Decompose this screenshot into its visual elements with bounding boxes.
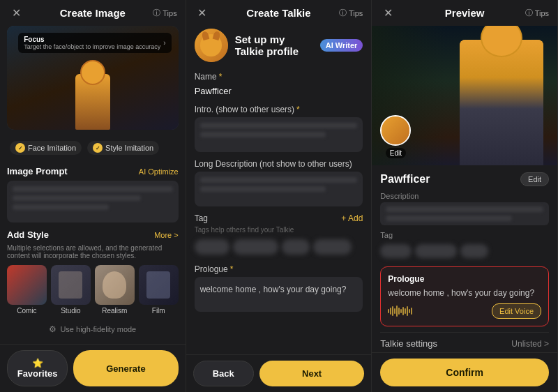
panel2-close-button[interactable]: ✕	[195, 6, 210, 21]
hifi-label: Use high-fidelity mode	[60, 325, 136, 333]
prologue-section-preview: Prologue welcome home , how's your day g…	[380, 266, 549, 326]
wave-bar	[402, 307, 404, 315]
wave-bar	[407, 306, 408, 316]
style-thumb-realism	[95, 265, 135, 305]
panel1-tips-button[interactable]: ⓘ Tips	[153, 8, 176, 18]
main-character	[460, 40, 543, 165]
blur-line	[200, 186, 326, 192]
ai-optimize-button[interactable]: AI Optimize	[139, 167, 179, 176]
wave-bar	[400, 309, 402, 313]
description-section: Description	[380, 192, 549, 225]
tag-item	[460, 244, 488, 258]
style-imitation-label: Style Imitation	[105, 144, 153, 152]
face-check-icon: ✓	[15, 143, 25, 153]
face-imitation-badge[interactable]: ✓ Face Imitation	[10, 141, 82, 155]
tag-item	[380, 244, 412, 258]
panel2-title: Create Talkie	[246, 7, 310, 19]
prompt-section-title: Image Prompt	[7, 166, 68, 176]
style-imitation-badge[interactable]: ✓ Style Imitation	[87, 141, 159, 155]
style-item-film[interactable]: Film	[139, 265, 179, 315]
panel3-tips-label: Tips	[535, 9, 549, 17]
panel2-tips-button[interactable]: ⓘ Tips	[339, 8, 363, 18]
style-item-studio[interactable]: Studio	[51, 265, 91, 315]
description-blur-box[interactable]	[380, 202, 549, 225]
preview-edit-button[interactable]: Edit	[386, 148, 406, 158]
prologue-textarea[interactable]: welcome home , how's your day going?	[195, 277, 363, 312]
style-desc: Multiple selections are allowed, and the…	[7, 244, 179, 259]
desc-blur	[386, 206, 543, 221]
preview-avatar-edit: Edit	[380, 115, 411, 158]
confirm-button[interactable]: Confirm	[380, 359, 549, 386]
tag-item	[415, 244, 457, 258]
back-button[interactable]: Back	[193, 361, 254, 386]
info-icon: ⓘ	[153, 8, 160, 18]
preview-name-row: Pawfficer Edit	[380, 172, 549, 186]
style-more-button[interactable]: More >	[154, 231, 179, 239]
talkie-avatar	[195, 29, 228, 62]
prologue-label: Prologue *	[195, 264, 363, 274]
longdesc-textarea[interactable]	[195, 172, 363, 206]
tag-row	[195, 236, 363, 257]
style-grid: Comic Studio Reali	[7, 265, 179, 315]
blur-line	[200, 177, 358, 183]
focus-badge[interactable]: Focus Target the face/object to improve …	[18, 33, 171, 53]
wave-bar	[396, 306, 398, 317]
style-name-realism: Realism	[102, 307, 127, 315]
wave-bar	[388, 309, 389, 313]
blur-line	[13, 204, 109, 210]
prologue-text: welcome home , how's your day going?	[200, 282, 347, 297]
tag-item	[233, 239, 278, 255]
image-preview-area: Focus Target the face/object to improve …	[7, 26, 179, 130]
panel3-tips-button[interactable]: ⓘ Tips	[525, 8, 549, 18]
intro-label: Intro. (show to other users) *	[195, 105, 363, 114]
wave-bar	[409, 309, 410, 313]
favorites-button[interactable]: ⭐ Favorites	[7, 350, 68, 386]
edit-name-button[interactable]: Edit	[520, 172, 549, 186]
tag-item	[313, 239, 352, 255]
talkie-profile-title: Set up my Talkie profile	[235, 33, 313, 57]
panel2-footer: Back Next	[186, 354, 372, 392]
generate-button[interactable]: Generate	[73, 350, 178, 386]
name-label: Name *	[195, 72, 363, 82]
edit-voice-button[interactable]: Edit Voice	[492, 303, 541, 319]
longdesc-label: Long Description (not show to other user…	[195, 159, 363, 169]
longdesc-field: Long Description (not show to other user…	[195, 159, 363, 206]
panel1-content: Focus Target the face/object to improve …	[0, 26, 186, 344]
blur-line	[13, 186, 173, 192]
face-imitation-label: Face Imitation	[28, 144, 76, 152]
unlisted-label: Unlisted >	[511, 339, 549, 349]
panel2-content: Set up my Talkie profile AI Writer Name …	[186, 26, 372, 354]
name-field: Name * Pawfficer	[195, 72, 363, 98]
wave-bar	[394, 308, 395, 314]
add-style-section: Add Style More > Multiple selections are…	[7, 229, 179, 315]
panel1-close-button[interactable]: ✕	[8, 6, 24, 21]
prompt-section-header: Image Prompt AI Optimize	[7, 166, 179, 176]
tag-add-button[interactable]: + Add	[341, 213, 363, 223]
tag-section-preview: Tag	[380, 231, 549, 261]
description-label: Description	[380, 192, 549, 200]
panel1-header: ✕ Create Image ⓘ Tips	[0, 0, 186, 26]
wave-bar	[392, 306, 393, 316]
style-name-film: Film	[152, 307, 165, 315]
style-item-realism[interactable]: Realism	[95, 265, 135, 315]
style-section-title: Add Style	[7, 229, 49, 240]
talkie-settings-row[interactable]: Talkie settings Unlisted >	[380, 332, 549, 352]
intro-textarea[interactable]	[195, 117, 363, 152]
talkie-profile-row: Set up my Talkie profile AI Writer	[195, 26, 363, 65]
preview-panel: ✕ Preview ⓘ Tips	[372, 0, 558, 392]
next-button[interactable]: Next	[259, 361, 364, 386]
panel3-close-button[interactable]: ✕	[380, 6, 395, 21]
name-value[interactable]: Pawfficer	[195, 84, 363, 98]
panel3-title: Preview	[445, 7, 485, 19]
talkie-settings-label: Talkie settings	[380, 338, 437, 349]
imitation-row: ✓ Face Imitation ✓ Style Imitation	[7, 137, 179, 159]
blur-line	[200, 132, 326, 137]
hifi-mode-row[interactable]: ⚙ Use high-fidelity mode	[7, 322, 179, 337]
style-check-icon: ✓	[93, 143, 103, 153]
prompt-input-box[interactable]	[7, 181, 179, 223]
tag-item	[282, 239, 310, 255]
prologue-section-label: Prologue	[388, 274, 541, 284]
blur-line	[386, 216, 512, 221]
style-item-comic[interactable]: Comic	[7, 265, 47, 315]
ai-writer-badge[interactable]: AI Writer	[320, 39, 363, 52]
